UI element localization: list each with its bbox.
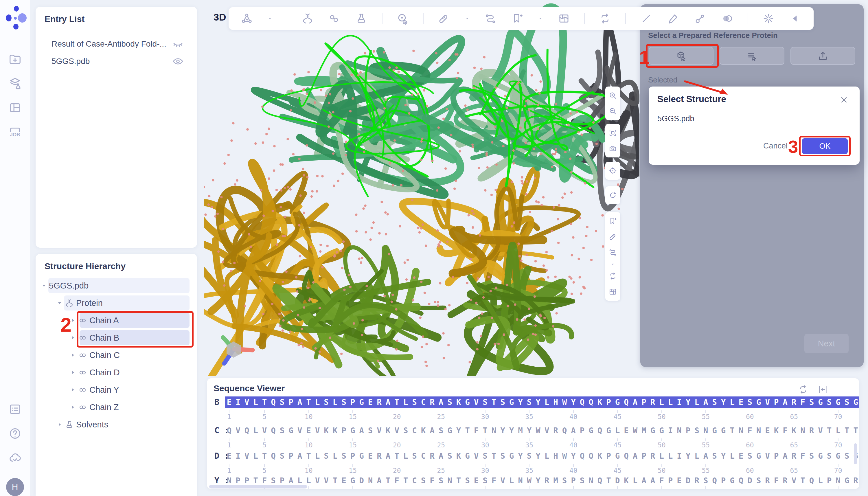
residue-cell[interactable]: T (393, 397, 401, 408)
helix-icon[interactable] (301, 12, 314, 25)
residue-cell[interactable]: P (640, 397, 649, 408)
residue-cell[interactable]: P (287, 450, 296, 462)
residue-cell[interactable]: S (481, 397, 490, 408)
residue-cell[interactable]: G (463, 450, 472, 462)
residue-cell[interactable]: K (790, 425, 799, 436)
residue-cell[interactable]: G (357, 397, 366, 408)
swap-icon[interactable] (797, 384, 809, 396)
residue-cell[interactable]: T (304, 397, 313, 408)
residue-cell[interactable]: V (763, 397, 772, 408)
residue-cell[interactable]: L (816, 475, 825, 486)
residue-cell[interactable]: K (596, 450, 604, 462)
residue-cell[interactable]: L (834, 425, 843, 436)
residue-cell[interactable]: Q (225, 425, 234, 436)
residue-cell[interactable]: V (393, 425, 401, 436)
residue-cell[interactable]: C (419, 397, 428, 408)
tree-item-chain-y[interactable]: Chain Y (36, 382, 190, 398)
residue-cell[interactable]: G (852, 397, 859, 408)
residue-cell[interactable]: G (357, 450, 366, 462)
residue-cell[interactable]: A (569, 425, 578, 436)
residue-cell[interactable]: G (587, 425, 596, 436)
tree-item-5ggs-pdb[interactable]: 5GGS.pdb (36, 278, 190, 294)
residue-cell[interactable]: S (842, 450, 852, 462)
axes-gizmo[interactable] (217, 333, 257, 369)
residue-cell[interactable]: L (693, 397, 701, 408)
residue-cell[interactable]: E (366, 450, 375, 462)
tree-item-chain-d[interactable]: Chain D (36, 364, 190, 381)
residue-cell[interactable]: T (604, 475, 613, 486)
reference-upload-button[interactable] (790, 47, 855, 65)
residue-cell[interactable]: G (728, 475, 737, 486)
residue-cell[interactable]: A (631, 450, 640, 462)
residue-cell[interactable]: L (631, 475, 640, 486)
residue-cell[interactable]: E (472, 475, 481, 486)
select-cursor-icon[interactable] (396, 12, 409, 25)
viewer-3d[interactable]: 3D V (204, 0, 640, 376)
chevron-right-icon[interactable] (69, 386, 77, 393)
tree-item-chain-z[interactable]: Chain Z (36, 399, 190, 415)
residue-cell[interactable]: V (790, 475, 799, 486)
residue-cell[interactable]: R (648, 397, 657, 408)
residue-cell[interactable]: D (357, 475, 366, 486)
bookmark-plus-icon[interactable] (511, 12, 524, 25)
residue-cell[interactable]: W (631, 425, 640, 436)
residue-cell[interactable]: G (613, 397, 622, 408)
residue-cell[interactable]: E (225, 450, 234, 462)
residue-cell[interactable]: Y (499, 425, 507, 436)
residue-cell[interactable]: Q (587, 450, 596, 462)
user-avatar[interactable]: H (6, 478, 24, 496)
residue-cell[interactable]: E (366, 397, 375, 408)
residue-cell[interactable]: R (790, 450, 799, 462)
residue-cell[interactable]: G (613, 450, 622, 462)
residue-cell[interactable]: S (366, 425, 375, 436)
refresh-icon[interactable] (606, 187, 620, 203)
list-icon[interactable] (7, 401, 23, 417)
residue-cell[interactable]: K (772, 425, 781, 436)
residue-cell[interactable]: S (322, 397, 331, 408)
chevron-right-icon[interactable] (69, 404, 77, 410)
residue-cell[interactable]: E (675, 475, 684, 486)
job-icon[interactable]: JOB (7, 124, 23, 140)
residue-cell[interactable]: L (728, 450, 737, 462)
residue-cell[interactable]: T (401, 475, 410, 486)
residue-cell[interactable]: P (666, 475, 675, 486)
residue-cell[interactable]: P (719, 475, 728, 486)
residue-cell[interactable]: R (693, 475, 701, 486)
residue-cell[interactable]: V (234, 425, 243, 436)
residue-cell[interactable]: V (313, 425, 322, 436)
residue-cell[interactable]: C (410, 475, 419, 486)
residue-cell[interactable]: F (428, 475, 437, 486)
chevron-down-icon[interactable] (267, 16, 273, 21)
residue-cell[interactable]: F (490, 475, 499, 486)
residue-cell[interactable]: G (842, 475, 852, 486)
residue-cell[interactable]: L (693, 450, 701, 462)
residue-cell[interactable]: R (781, 475, 790, 486)
residue-cell[interactable]: F (657, 475, 666, 486)
sequence-vertical-scrollbar[interactable] (854, 443, 857, 464)
residue-cell[interactable]: F (746, 425, 755, 436)
residue-cell[interactable]: R (375, 450, 384, 462)
residue-cell[interactable]: R (375, 397, 384, 408)
zoom-out-icon[interactable] (606, 103, 620, 119)
bookmark-plus-icon[interactable] (606, 213, 620, 229)
residue-cell[interactable]: T (825, 425, 834, 436)
residue-cell[interactable]: Y (516, 397, 525, 408)
residue-cell[interactable]: N (490, 425, 499, 436)
residue-cell[interactable]: M (640, 425, 649, 436)
residue-cell[interactable]: G (816, 397, 825, 408)
residue-cell[interactable]: I (675, 397, 684, 408)
residue-cell[interactable]: Q (560, 425, 569, 436)
residue-cell[interactable]: G (445, 425, 455, 436)
tree-item-solvents[interactable]: Solvents (36, 416, 190, 433)
close-icon[interactable] (839, 95, 850, 106)
residue-cell[interactable]: A (384, 450, 393, 462)
residue-cell[interactable]: G (710, 425, 719, 436)
residue-cell[interactable]: R (790, 397, 799, 408)
residue-cell[interactable]: L (657, 450, 666, 462)
residue-cell[interactable]: Q (596, 475, 604, 486)
residue-cell[interactable]: K (419, 425, 428, 436)
wrap-icon[interactable] (817, 384, 829, 396)
sequence-row-D[interactable]: EIVLTQSPATLSLSPGERATLSCRASKGVSTSGYSYLHWY… (225, 450, 859, 462)
residue-cell[interactable]: L (666, 450, 675, 462)
tree-item-chain-b[interactable]: Chain B (36, 330, 190, 346)
